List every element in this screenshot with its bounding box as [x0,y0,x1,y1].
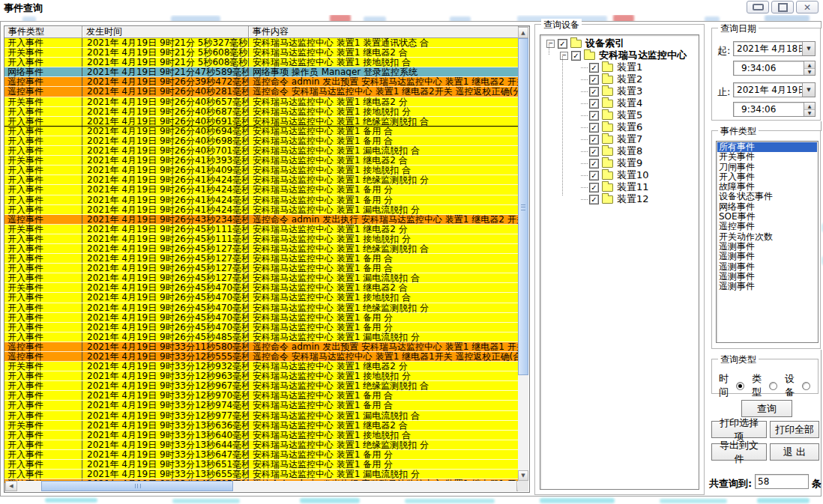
event-type-item[interactable]: 刀闸事件 [717,163,817,172]
device-tree[interactable]: −✓设备索引−✓安科瑞马达监控中心✓装置1✓装置2✓装置3✓装置4✓装置5✓装置… [540,34,699,490]
tree-item-device-2[interactable]: ✓装置2 [542,73,699,85]
table-row[interactable]: 开入事件2021年 4月19日 9时26分41秒409毫秒安科瑞马达监控中心 装… [4,166,519,175]
tree-item-root[interactable]: −✓设备索引 [542,37,699,49]
table-row[interactable]: 开入事件2021年 4月19日 9时26分45秒470毫秒安科瑞马达监控中心 装… [4,313,519,323]
event-type-item[interactable]: 网络事件 [717,202,817,212]
print-all-button[interactable]: 打印全部 [770,421,819,438]
tree-checkbox[interactable]: ✓ [589,183,599,192]
table-row[interactable]: 网络事件2021年 4月19日 9时21分47秒589毫秒网络事项 操作员 Ma… [4,67,519,77]
table-row[interactable]: 开入事件2021年 4月19日 9时26分45秒127毫秒安科瑞马达监控中心 装… [4,244,519,254]
event-type-item[interactable]: 遥测事件 [717,242,817,252]
event-type-item[interactable]: SOE事件 [717,212,817,222]
vertical-scroll-thumb[interactable] [518,38,528,375]
radio-unselected[interactable] [802,382,810,390]
from-time-spinner[interactable]: ▲▼ [804,61,815,75]
table-row[interactable]: 开入事件2021年 4月19日 9时26分40秒698毫秒安科瑞马达监控中心 装… [4,136,519,146]
event-type-item[interactable]: 开入事件 [717,172,817,182]
radio-unselected[interactable] [769,382,777,390]
tree-checkbox[interactable]: ✓ [589,75,599,85]
table-row[interactable]: 开入事件2021年 4月19日 9时33分12秒963毫秒安科瑞马达监控中心 装… [4,371,519,381]
maximize-button[interactable] [771,1,794,13]
table-row[interactable]: 开入事件2021年 4月19日 9时33分12秒974毫秒安科瑞马达监控中心 装… [4,401,519,410]
table-row[interactable]: 开入事件2021年 4月19日 9时21分 5秒608毫秒安科瑞马达监控中心 装… [4,58,519,67]
tree-checkbox[interactable]: ✓ [589,147,599,157]
table-row[interactable]: 开入事件2021年 4月19日 9时33分13秒655毫秒安科瑞马达监控中心 装… [4,470,519,479]
table-row[interactable]: 开入事件2021年 4月19日 9时26分45秒127毫秒安科瑞马达监控中心 装… [4,264,519,273]
radio-selected[interactable] [736,382,744,390]
table-row[interactable]: 开入事件2021年 4月19日 9时33分13秒647毫秒安科瑞马达监控中心 装… [4,450,519,460]
tree-item-label[interactable]: 装置12 [617,192,649,206]
column-header-occur-time[interactable]: 发生时间 [82,26,249,38]
spinner-down-icon[interactable]: ▼ [804,69,815,76]
tree-checkbox[interactable]: ✓ [558,39,567,49]
tree-checkbox[interactable]: ✓ [589,87,599,97]
close-button[interactable]: ✕ [796,1,819,13]
to-time-spinner[interactable]: ▲▼ [804,103,815,116]
table-row[interactable]: 开入事件2021年 4月19日 9时26分41秒424毫秒安科瑞马达监控中心 装… [4,185,519,195]
tree-checkbox[interactable]: ✓ [589,171,599,180]
table-row[interactable]: 开入事件2021年 4月19日 9时26分45秒470毫秒安科瑞马达监控中心 装… [4,293,519,303]
horizontal-scrollbar[interactable]: ◀ ▶ [5,481,528,491]
event-type-item[interactable]: 遥测事件 [717,272,817,282]
tree-checkbox[interactable]: ✓ [589,135,599,145]
exit-button[interactable]: 退 出 [770,443,819,461]
tree-item-device-10[interactable]: ✓装置10 [542,169,699,181]
scroll-down-button[interactable]: ▼ [518,470,528,481]
table-row[interactable]: 开关事件2021年 4月19日 9时26分40秒657毫秒安科瑞马达监控中心 装… [4,97,519,107]
scroll-left-button[interactable]: ◀ [5,481,17,491]
vertical-scrollbar[interactable]: ▲ ▼ [518,27,528,481]
tree-item-label[interactable]: 安科瑞马达监控中心 [599,49,687,62]
table-row[interactable]: 开入事件2021年 4月19日 9时26分45秒127毫秒安科瑞马达监控中心 装… [4,254,519,264]
table-row[interactable]: 开入事件2021年 4月19日 9时26分40秒701毫秒安科瑞马达监控中心 装… [4,146,519,156]
event-type-item[interactable]: 所有事件 [717,142,817,152]
event-type-item[interactable]: 遥测事件 [717,262,817,272]
title-bar[interactable]: 事件查询 ✕ [0,0,823,15]
collapse-icon[interactable]: − [546,40,555,48]
table-row[interactable]: 开入事件2021年 4月19日 9时21分 5秒327毫秒安科瑞马达监控中心 装… [4,38,519,48]
table-row[interactable]: 开入事件2021年 4月19日 9时33分13秒640毫秒安科瑞马达监控中心 装… [4,431,519,440]
table-row[interactable]: 遥控事件2021年 4月19日 9时26分43秒234毫秒遥控命令 admin … [4,215,519,225]
table-row[interactable]: 遥控事件2021年 4月19日 9时26分40秒281毫秒遥控命令 安科瑞马达监… [4,87,519,97]
table-row[interactable]: 开入事件2021年 4月19日 9时26分45秒111毫秒安科瑞马达监控中心 装… [4,234,519,244]
table-row[interactable]: 开入事件2021年 4月19日 9时33分13秒651毫秒安科瑞马达监控中心 装… [4,460,519,470]
table-row[interactable]: 开入事件2021年 4月19日 9时26分45秒127毫秒安科瑞马达监控中心 装… [4,273,519,283]
tree-item-center[interactable]: −✓安科瑞马达监控中心 [542,49,699,61]
collapse-icon[interactable]: − [560,52,568,60]
tree-checkbox[interactable]: ✓ [589,63,599,73]
table-row[interactable]: 开入事件2021年 4月19日 9时33分12秒977毫秒安科瑞马达监控中心 装… [4,411,519,421]
query-button[interactable]: 查询 [741,400,792,417]
tree-item-device-6[interactable]: ✓装置6 [542,121,699,133]
from-date-combo[interactable]: 2021年 4月18日 ▼ [733,41,816,56]
to-time-input[interactable]: 9:34:06 ▲▼ [733,102,816,117]
table-row[interactable]: 遥控事件2021年 4月19日 9时26分39秒472毫秒遥控命令 admin … [4,77,519,87]
tree-item-device-12[interactable]: ✓装置12 [542,193,699,205]
table-row[interactable]: 开入事件2021年 4月19日 9时33分12秒970毫秒安科瑞马达监控中心 装… [4,391,519,401]
export-file-button[interactable]: 导出到文件 [711,443,767,461]
tree-item-device-8[interactable]: ✓装置8 [542,145,699,157]
tree-item-device-7[interactable]: ✓装置7 [542,133,699,145]
table-row[interactable]: 开入事件2021年 4月19日 9时26分41秒424毫秒安科瑞马达监控中心 装… [4,175,519,185]
event-type-item[interactable]: 故障事件 [717,182,817,192]
event-type-item[interactable]: 开关动作次数 [717,232,817,242]
table-row[interactable]: 开入事件2021年 4月19日 9时26分41秒424毫秒安科瑞马达监控中心 装… [4,195,519,205]
column-header-event-content[interactable]: 事件内容 [249,26,519,38]
minimize-button[interactable] [747,1,769,13]
table-row[interactable]: 开入事件2021年 4月19日 9时26分40秒691毫秒安科瑞马达监控中心 装… [4,117,519,127]
tree-item-device-1[interactable]: ✓装置1 [542,61,699,73]
tree-checkbox[interactable]: ✓ [589,99,599,109]
tree-checkbox[interactable]: ✓ [589,159,599,168]
to-date-combo[interactable]: 2021年 4月19日 ▼ [733,82,816,97]
table-row[interactable]: 遥控事件2021年 4月19日 9时33分12秒555毫秒遥控命令 安科瑞马达监… [4,352,519,362]
tree-item-device-11[interactable]: ✓装置11 [542,181,699,193]
print-selected-button[interactable]: 打印选择项 [711,421,767,438]
table-row[interactable]: 开入事件2021年 4月19日 9时26分45秒485毫秒安科瑞马达监控中心 装… [4,333,519,342]
event-type-item[interactable]: 开关事件 [717,152,817,162]
tree-item-device-5[interactable]: ✓装置5 [542,109,699,121]
scroll-up-button[interactable]: ▲ [518,27,528,38]
tree-item-device-9[interactable]: ✓装置9 [542,157,699,169]
table-row[interactable]: 开入事件2021年 4月19日 9时26分45秒470毫秒安科瑞马达监控中心 装… [4,323,519,333]
event-type-item[interactable]: 设备状态事件 [717,192,817,201]
tree-item-device-4[interactable]: ✓装置4 [542,97,699,109]
event-type-item[interactable]: 遥测事件 [717,252,817,261]
event-type-item[interactable]: 遥控事件 [717,222,817,231]
